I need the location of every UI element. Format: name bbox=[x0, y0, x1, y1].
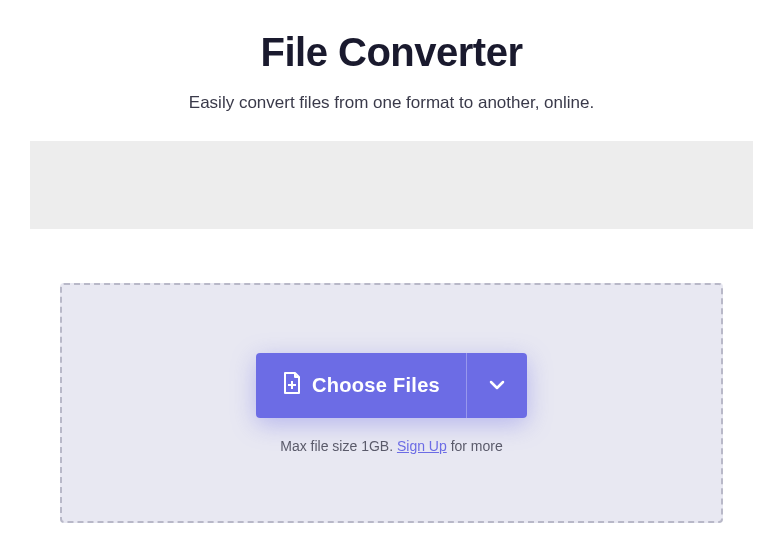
file-size-hint: Max file size 1GB. Sign Up for more bbox=[280, 438, 503, 454]
hint-suffix: for more bbox=[447, 438, 503, 454]
page-subtitle: Easily convert files from one format to … bbox=[0, 93, 783, 113]
main-panel: Choose Files Max file size 1GB. Sign Up … bbox=[30, 253, 753, 549]
upload-button-group: Choose Files bbox=[256, 353, 527, 418]
choose-files-label: Choose Files bbox=[312, 374, 440, 397]
file-dropzone[interactable]: Choose Files Max file size 1GB. Sign Up … bbox=[60, 283, 723, 523]
page-title: File Converter bbox=[0, 30, 783, 75]
hint-prefix: Max file size 1GB. bbox=[280, 438, 397, 454]
choose-files-button[interactable]: Choose Files bbox=[256, 353, 466, 418]
ad-banner bbox=[30, 141, 753, 229]
file-add-icon bbox=[282, 371, 302, 400]
sign-up-link[interactable]: Sign Up bbox=[397, 438, 447, 454]
upload-source-dropdown[interactable] bbox=[466, 353, 527, 418]
chevron-down-icon bbox=[489, 378, 505, 393]
